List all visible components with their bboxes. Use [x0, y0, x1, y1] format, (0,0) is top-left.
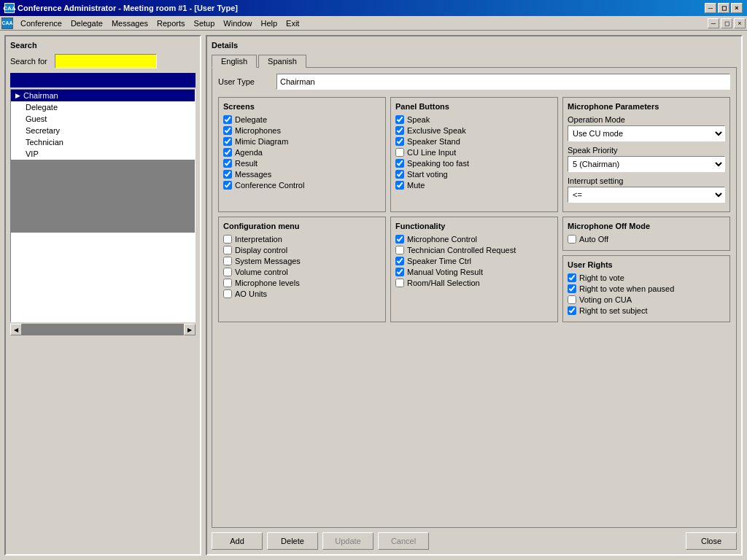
- list-item-vip[interactable]: VIP: [11, 148, 195, 160]
- fn-speaker-time-check[interactable]: [395, 257, 404, 265]
- panel-buttons-title: Panel Buttons: [395, 102, 553, 111]
- screens-title: Screens: [223, 102, 381, 111]
- screen-delegate: Delegate: [223, 115, 381, 124]
- mic-params-title: Microphone Parameters: [568, 102, 725, 111]
- fn-tech-req: Technician Controlled Request: [395, 246, 553, 254]
- list-item-guest[interactable]: Guest: [11, 113, 195, 125]
- main-content: Search Search for ▶ Chairman Delegate Gu…: [0, 31, 747, 560]
- ur-voting-cua: Voting on CUA: [568, 295, 725, 304]
- delete-button[interactable]: Delete: [267, 532, 318, 550]
- cm-volume: Volume control: [223, 268, 381, 276]
- menu-reports[interactable]: Reports: [152, 18, 190, 28]
- pb-speaking-fast: Speaking too fast: [395, 159, 553, 168]
- menu-help[interactable]: Help: [256, 18, 282, 28]
- search-row: Search for: [10, 54, 196, 69]
- tab-english[interactable]: English: [212, 55, 257, 68]
- menu-setup[interactable]: Setup: [190, 18, 220, 28]
- ur-right-to-vote: Right to vote: [568, 273, 725, 282]
- menubar-minimize[interactable]: ─: [708, 18, 719, 28]
- menu-exit[interactable]: Exit: [282, 18, 303, 28]
- screen-delegate-check[interactable]: [223, 115, 232, 124]
- fn-mic-control: Microphone Control: [395, 235, 553, 244]
- update-button[interactable]: Update: [322, 532, 374, 550]
- cm-mic-levels-check[interactable]: [223, 279, 232, 287]
- scroll-left[interactable]: ◀: [10, 324, 22, 335]
- list-arrow-chairman: ▶: [15, 92, 20, 99]
- ur-set-subject: Right to set subject: [568, 306, 725, 315]
- op-mode-select[interactable]: Use CU mode Open Override Voice: [568, 125, 725, 141]
- fn-speaker-time: Speaker Time Ctrl: [395, 257, 553, 265]
- pb-mute: Mute: [395, 181, 553, 190]
- menu-messages[interactable]: Messages: [107, 18, 152, 28]
- speak-priority-select[interactable]: 1 2 3 4 5 (Chairman): [568, 156, 725, 172]
- cm-interpretation-check[interactable]: [223, 235, 232, 244]
- sections-grid: Screens Delegate Microphones Mimic Diagr…: [218, 97, 730, 322]
- menu-delegate[interactable]: Delegate: [66, 18, 107, 28]
- list-item-chairman[interactable]: ▶ Chairman: [11, 90, 195, 101]
- menubar-restore[interactable]: ◻: [721, 18, 732, 28]
- list-item-technician[interactable]: Technician: [11, 136, 195, 148]
- details-panel-title: Details: [212, 41, 737, 50]
- screen-agenda-check[interactable]: [223, 148, 232, 157]
- pb-mute-check[interactable]: [395, 181, 404, 190]
- pb-speaker-stand-check[interactable]: [395, 137, 404, 146]
- details-panel: Details English Spanish User Type Screen…: [206, 35, 743, 556]
- ur-voting-cua-check[interactable]: [568, 295, 576, 304]
- menu-window[interactable]: Window: [219, 18, 256, 28]
- cm-sys-messages-check[interactable]: [223, 257, 232, 265]
- screen-mimic-check[interactable]: [223, 137, 232, 146]
- menubar-close[interactable]: ×: [734, 18, 746, 28]
- user-type-input[interactable]: [276, 74, 730, 90]
- list-box[interactable]: ▶ Chairman Delegate Guest Secretary Tech…: [10, 89, 196, 322]
- fn-mic-control-check[interactable]: [395, 235, 404, 244]
- functionality-section: Functionality Microphone Control Technic…: [390, 217, 558, 322]
- close-window-button[interactable]: ×: [731, 3, 743, 13]
- list-scrollbar: ◀ ▶: [10, 324, 196, 335]
- add-button[interactable]: Add: [212, 532, 263, 550]
- mic-params-section: Microphone Parameters Operation Mode Use…: [562, 97, 730, 212]
- fn-tech-req-check[interactable]: [395, 246, 404, 254]
- pb-speaking-fast-check[interactable]: [395, 159, 404, 168]
- scroll-track[interactable]: [22, 324, 184, 335]
- search-panel-title: Search: [10, 41, 196, 50]
- close-button[interactable]: Close: [686, 532, 737, 550]
- interrupt-select[interactable]: <= < = > >=: [568, 187, 725, 203]
- screen-messages-check[interactable]: [223, 170, 232, 179]
- list-grey-fill: [11, 160, 195, 233]
- title-bar: CAA Conference Administrator - Meeting r…: [0, 0, 747, 16]
- panel-buttons-section: Panel Buttons Speak Exclusive Speak Spea…: [390, 97, 558, 212]
- fn-room-hall-check[interactable]: [395, 279, 404, 287]
- cm-volume-check[interactable]: [223, 268, 232, 276]
- ur-set-subject-check[interactable]: [568, 306, 576, 315]
- minimize-button[interactable]: ─: [705, 3, 716, 13]
- search-input[interactable]: [55, 54, 157, 69]
- pb-start-voting-check[interactable]: [395, 170, 404, 179]
- pb-cu-line-check[interactable]: [395, 148, 404, 157]
- pb-speak-check[interactable]: [395, 115, 404, 124]
- fn-manual-voting: Manual Voting Result: [395, 268, 553, 276]
- list-item-delegate[interactable]: Delegate: [11, 101, 195, 113]
- list-container: ▶ Chairman Delegate Guest Secretary Tech…: [10, 89, 196, 344]
- screen-result-check[interactable]: [223, 159, 232, 168]
- maximize-button[interactable]: ◻: [718, 3, 729, 13]
- pb-exclusive-speak-check[interactable]: [395, 126, 404, 135]
- window-title: Conference Administrator - Meeting room …: [18, 4, 238, 12]
- cancel-button[interactable]: Cancel: [378, 532, 429, 550]
- ur-right-to-vote-check[interactable]: [568, 273, 576, 282]
- app-icon: CAA: [4, 3, 15, 13]
- menu-conference[interactable]: Conference: [16, 18, 66, 28]
- interrupt-label: Interrupt setting: [568, 176, 725, 185]
- screen-microphones: Microphones: [223, 126, 381, 135]
- scroll-right[interactable]: ▶: [184, 324, 196, 335]
- pb-cu-line: CU Line Input: [395, 148, 553, 157]
- ur-vote-paused-check[interactable]: [568, 284, 576, 293]
- tab-spanish[interactable]: Spanish: [258, 55, 306, 68]
- screens-section: Screens Delegate Microphones Mimic Diagr…: [218, 97, 386, 212]
- fn-manual-voting-check[interactable]: [395, 268, 404, 276]
- screen-conf-ctrl-check[interactable]: [223, 181, 232, 190]
- screen-microphones-check[interactable]: [223, 126, 232, 135]
- cm-ao-units-check[interactable]: [223, 289, 232, 298]
- list-item-secretary[interactable]: Secretary: [11, 125, 195, 136]
- mom-auto-off-check[interactable]: [568, 235, 576, 244]
- cm-display-check[interactable]: [223, 246, 232, 254]
